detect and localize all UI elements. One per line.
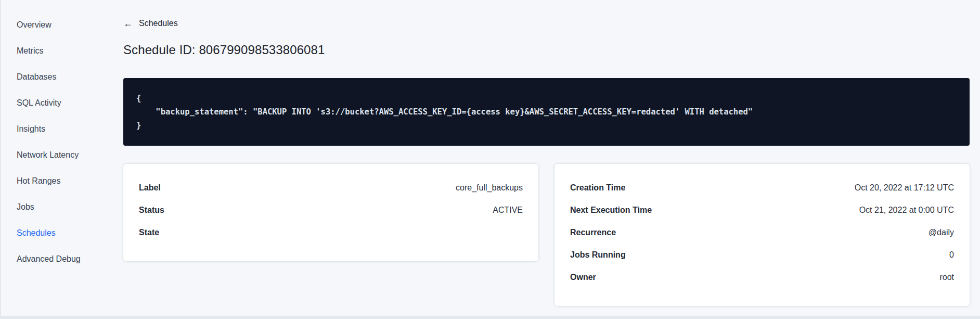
recurrence-field-name: Recurrence <box>570 228 616 237</box>
table-row: Owner root <box>570 266 954 288</box>
next-execution-time-field-value: Oct 21, 2022 at 0:00 UTC <box>859 206 954 215</box>
sidebar-item-insights[interactable]: Insights <box>0 116 123 142</box>
sidebar-item-metrics[interactable]: Metrics <box>0 38 123 64</box>
main-content: ← Schedules Schedule ID: 806799098533806… <box>123 0 970 306</box>
table-row: Jobs Running 0 <box>570 244 954 266</box>
sidebar-item-sql-activity[interactable]: SQL Activity <box>0 90 123 116</box>
label-field-value: core_full_backups <box>456 183 523 193</box>
jobs-running-field-value: 0 <box>949 250 954 260</box>
jobs-running-field-name: Jobs Running <box>570 250 626 260</box>
sidebar-item-schedules[interactable]: Schedules <box>0 220 123 246</box>
next-execution-time-field-name: Next Execution Time <box>570 206 652 215</box>
schedule-summary-card: Label core_full_backups Status ACTIVE St… <box>123 164 538 261</box>
bottom-edge-strip <box>0 316 980 319</box>
table-row: Creation Time Oct 20, 2022 at 17:12 UTC <box>570 176 954 199</box>
table-row: Status ACTIVE <box>139 199 523 221</box>
sidebar-item-hot-ranges[interactable]: Hot Ranges <box>0 168 123 194</box>
table-row: Recurrence @daily <box>570 221 954 244</box>
backup-statement-code-block: { "backup_statement": "BACKUP INTO 's3:/… <box>123 78 970 146</box>
table-row: State <box>139 221 523 244</box>
sidebar-item-jobs[interactable]: Jobs <box>0 194 123 220</box>
status-field-name: Status <box>139 206 164 215</box>
back-to-schedules-link[interactable]: ← Schedules <box>123 19 178 28</box>
sidebar-item-databases[interactable]: Databases <box>0 64 123 90</box>
sidebar-item-advanced-debug[interactable]: Advanced Debug <box>0 246 123 272</box>
creation-time-field-name: Creation Time <box>570 183 625 193</box>
back-link-label: Schedules <box>139 19 178 28</box>
owner-field-name: Owner <box>570 273 596 282</box>
schedule-details-card: Creation Time Oct 20, 2022 at 17:12 UTC … <box>555 164 970 306</box>
state-field-name: State <box>139 228 159 237</box>
table-row: Next Execution Time Oct 21, 2022 at 0:00… <box>570 199 954 221</box>
back-arrow-icon: ← <box>123 19 133 28</box>
sidebar-item-network-latency[interactable]: Network Latency <box>0 142 123 168</box>
detail-cards-row: Label core_full_backups Status ACTIVE St… <box>123 164 970 306</box>
recurrence-field-value: @daily <box>929 228 954 237</box>
sidebar: Overview Metrics Databases SQL Activity … <box>0 0 123 319</box>
sidebar-item-overview[interactable]: Overview <box>0 12 123 38</box>
owner-field-value: root <box>939 273 954 282</box>
page-title: Schedule ID: 806799098533806081 <box>123 43 970 57</box>
label-field-name: Label <box>139 183 161 193</box>
status-field-value: ACTIVE <box>493 206 523 215</box>
table-row: Label core_full_backups <box>139 176 523 199</box>
creation-time-field-value: Oct 20, 2022 at 17:12 UTC <box>855 183 954 193</box>
